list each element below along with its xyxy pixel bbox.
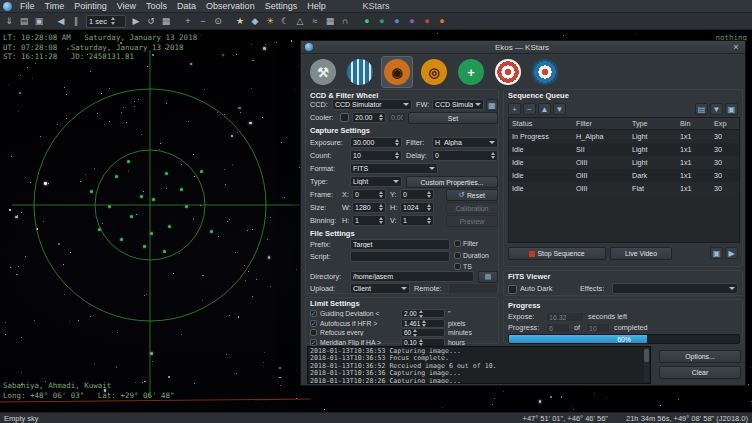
browse-directory-button[interactable]: ▤ [478,271,498,283]
spin-arrows-icon[interactable] [427,204,431,212]
focus-module-tab[interactable]: ◎ [418,56,450,88]
indi-module-tab[interactable] [344,56,376,88]
spin-arrows-icon[interactable] [422,320,426,328]
spin-arrows-icon[interactable] [111,17,115,25]
spin-arrows-icon[interactable] [491,152,495,160]
clear-button[interactable]: Clear [659,366,741,379]
limit-checkbox[interactable] [310,329,317,336]
time-rewind-icon[interactable]: ◀ [54,14,68,28]
type-select[interactable]: Light [350,176,402,187]
zoom-in-icon[interactable]: + [181,14,195,28]
planet-marker-icon[interactable]: ● [390,14,404,28]
menu-observation[interactable]: Observation [201,0,260,13]
menu-view[interactable]: View [112,0,141,13]
moon-toggle-icon[interactable]: ☾ [278,14,292,28]
horizon-toggle-icon[interactable]: ∩ [338,14,352,28]
sequence-queue-table[interactable]: StatusFilterTypeBinExpIn ProgressH_Alpha… [508,117,740,243]
prefix-filter-checkbox[interactable] [454,240,461,247]
queue-row[interactable]: IdleOIIILight1x130 [509,156,739,169]
menu-settings[interactable]: Settings [260,0,303,13]
remove-job-icon[interactable]: − [523,103,536,115]
prefix-ts-checkbox[interactable] [454,263,461,270]
directory-input[interactable]: /home/jasem [350,271,474,282]
save-queue-as-icon[interactable]: ▣ [725,103,738,115]
format-select[interactable]: FITS [350,163,438,174]
deep-sky-toggle-icon[interactable]: ◆ [248,14,262,28]
delay-input[interactable]: 0 [432,150,498,161]
log-view[interactable]: 2018-01-13T10:36:53 Capturing image...20… [307,346,651,384]
set-button[interactable]: Set [408,112,498,124]
size-w-input[interactable]: 1280 [352,202,386,213]
fits-preview-button[interactable]: ▣ [710,247,723,259]
log-scrollbar[interactable] [644,348,649,382]
queue-row[interactable]: IdleOIIIDark1x130 [509,169,739,182]
asteroid-marker-icon[interactable]: ● [420,14,434,28]
limit-value-input[interactable]: 2.00 [401,309,445,318]
ccd-select[interactable]: CCD Simulator [332,99,412,110]
limit-checkbox[interactable]: ✓ [310,339,317,346]
spin-arrows-icon[interactable] [419,310,423,318]
auto-dark-checkbox[interactable] [508,285,517,294]
reset-frame-button[interactable]: ↺Reset [446,189,498,201]
zoom-out-icon[interactable]: − [196,14,210,28]
prefix-duration-checkbox[interactable] [454,252,461,259]
download-data-icon[interactable]: ⇓ [2,14,16,28]
log-scrollbar-thumb[interactable] [644,349,649,362]
limit-value-input[interactable]: 1.461 [401,319,445,328]
spin-arrows-icon[interactable] [379,204,383,212]
add-job-icon[interactable]: + [508,103,521,115]
solar-system-toggle-icon[interactable]: ☀ [263,14,277,28]
queue-row[interactable]: IdleSIILight1x130 [509,143,739,156]
satellite-marker-icon[interactable]: ● [375,14,389,28]
time-step-spinbox[interactable]: 1 sec [86,15,126,28]
queue-row[interactable]: In ProgressH_AlphaLight1x130 [509,130,739,143]
script-input[interactable] [350,251,450,262]
cooler-setpoint-input[interactable]: 20.00 [352,112,386,123]
menu-data[interactable]: Data [172,0,201,13]
pause-time-icon[interactable]: ∥ [69,14,83,28]
menu-help[interactable]: Help [302,0,331,13]
filter-select[interactable]: H_Alpha [432,137,498,148]
stop-sequence-button[interactable]: Stop Sequence [508,247,606,260]
bin-h-input[interactable]: 1 [352,215,386,226]
cooler-checkbox[interactable] [340,113,349,122]
limit-checkbox[interactable]: ✓ [310,310,317,317]
calendar-icon[interactable]: ▦ [159,14,173,28]
custom-properties-button[interactable]: Custom Properties... [406,176,498,188]
menu-tools[interactable]: Tools [141,0,172,13]
capture-module-tab[interactable]: ◉ [381,56,413,88]
size-h-input[interactable]: 1024 [400,202,434,213]
limit-checkbox[interactable]: ✓ [310,320,317,327]
print-icon[interactable]: ▣ [32,14,46,28]
time-to-now-icon[interactable]: ↺ [144,14,158,28]
bin-v-input[interactable]: 1 [400,215,434,226]
supernova-marker-icon[interactable]: ● [360,14,374,28]
save-queue-icon[interactable]: ▼ [710,103,723,115]
guide-module-tab[interactable]: + [455,56,487,88]
spin-arrows-icon[interactable] [427,191,431,199]
constellation-toggle-icon[interactable]: △ [293,14,307,28]
load-queue-icon[interactable]: ▤ [695,103,708,115]
menu-file[interactable]: File [15,0,40,13]
menu-pointing[interactable]: Pointing [69,0,112,13]
frame-y-input[interactable]: 0 [400,189,434,200]
dialog-titlebar[interactable]: Ekos — KStars × [301,41,745,54]
frame-x-input[interactable]: 0 [352,189,386,200]
location-info-box[interactable]: Sabahiya, Ahmadi, KuwaitLong: +48° 06' 0… [3,381,175,400]
setup-module-tab[interactable]: ⚒ [307,56,339,88]
effects-select[interactable] [612,283,738,294]
spin-arrows-icon[interactable] [395,152,399,160]
align-module-tab[interactable] [492,56,524,88]
filter-settings-button[interactable]: ▦ [486,99,498,111]
fw-select[interactable]: CCD Simulator [432,99,484,110]
spin-arrows-icon[interactable] [379,217,383,225]
move-job-up-icon[interactable]: ▲ [538,103,551,115]
close-icon[interactable]: × [731,41,741,54]
find-object-icon[interactable]: ⊙ [211,14,225,28]
move-job-down-icon[interactable]: ▼ [553,103,566,115]
observatory-module-tab[interactable] [529,56,561,88]
spin-arrows-icon[interactable] [379,114,383,122]
video-display-button[interactable]: ▶ [725,247,738,259]
time-info-box[interactable]: LT: 10:28:08 AM Saturday, January 13 201… [3,33,197,62]
stars-toggle-icon[interactable]: ★ [233,14,247,28]
